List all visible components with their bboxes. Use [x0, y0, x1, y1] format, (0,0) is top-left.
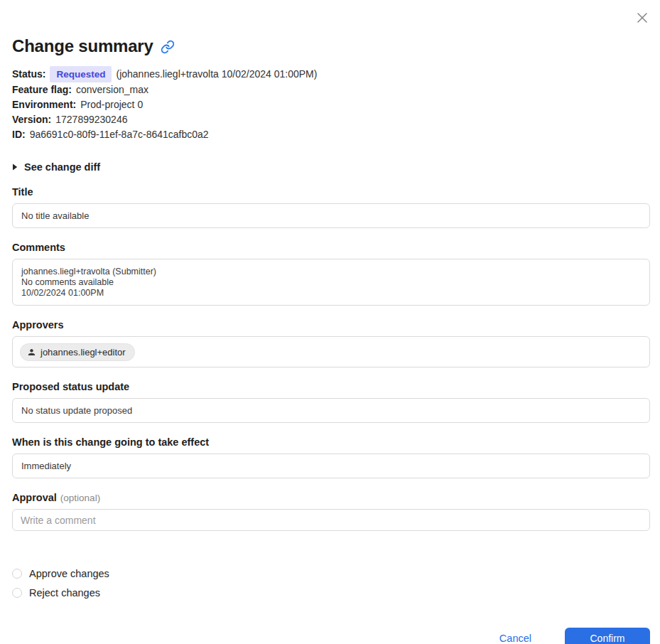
reject-changes-radio[interactable]: Reject changes: [12, 587, 650, 599]
effect-timing-field: Immediately: [12, 454, 650, 478]
link-icon[interactable]: [161, 40, 175, 54]
version-row: Version: 1727899230246: [12, 112, 650, 127]
status-row: Status: Requested (johannes.liegl+travol…: [12, 66, 650, 82]
page-title: Change summary: [12, 36, 650, 56]
version-label: Version:: [12, 112, 51, 127]
id-value: 9a6691c0-80f9-11ef-8a7c-8641cafbc0a2: [30, 127, 209, 142]
modal-title-text: Change summary: [12, 36, 153, 56]
radio-circle-icon: [12, 569, 22, 579]
comments-section: Comments johannes.liegl+travolta (Submit…: [12, 242, 650, 306]
status-suffix: (johannes.liegl+travolta 10/02/2024 01:0…: [116, 67, 317, 82]
comments-field: johannes.liegl+travolta (Submitter) No c…: [12, 259, 650, 306]
feature-flag-value: conversion_max: [76, 82, 148, 97]
effect-timing-value: Immediately: [21, 461, 71, 471]
approve-changes-label: Approve changes: [29, 568, 109, 579]
cancel-button[interactable]: Cancel: [499, 633, 531, 644]
approval-comment-input[interactable]: [12, 509, 650, 531]
decision-radio-group: Approve changes Reject changes: [12, 568, 650, 599]
status-badge: Requested: [50, 66, 112, 82]
feature-flag-label: Feature flag:: [12, 82, 72, 97]
approval-optional-note: (optional): [60, 493, 100, 503]
environment-row: Environment: Prod-project 0: [12, 97, 650, 112]
comments-section-label: Comments: [12, 242, 650, 253]
comment-body-line: No comments available: [21, 277, 641, 288]
comment-submitter-line: johannes.liegl+travolta (Submitter): [21, 267, 641, 277]
effect-timing-section: When is this change going to take effect…: [12, 436, 650, 478]
confirm-button[interactable]: Confirm: [565, 628, 650, 644]
modal-footer: Cancel Confirm: [12, 628, 650, 644]
approval-label-row: Approval (optional): [12, 492, 650, 503]
approval-section: Approval (optional): [12, 492, 650, 531]
status-label: Status:: [12, 67, 45, 82]
approvers-field: johannes.liegl+editor: [12, 336, 650, 367]
id-row: ID: 9a6691c0-80f9-11ef-8a7c-8641cafbc0a2: [12, 127, 650, 142]
approver-chip-label: johannes.liegl+editor: [40, 347, 126, 358]
id-label: ID:: [12, 127, 26, 142]
metadata-block: Status: Requested (johannes.liegl+travol…: [12, 66, 650, 142]
feature-flag-row: Feature flag: conversion_max: [12, 82, 650, 97]
proposed-status-label: Proposed status update: [12, 381, 650, 392]
change-summary-modal: Change summary Status: Requested (johann…: [0, 0, 660, 644]
radio-circle-icon: [12, 588, 22, 598]
chevron-right-icon: [12, 163, 18, 171]
proposed-status-field: No status update proposed: [12, 398, 650, 423]
title-field: No title available: [12, 203, 650, 228]
approvers-section-label: Approvers: [12, 319, 650, 331]
approve-changes-radio[interactable]: Approve changes: [12, 568, 650, 579]
title-section-label: Title: [12, 186, 650, 198]
version-value: 1727899230246: [55, 112, 127, 127]
title-section: Title No title available: [12, 186, 650, 228]
proposed-status-section: Proposed status update No status update …: [12, 381, 650, 423]
see-change-diff-toggle[interactable]: See change diff: [12, 161, 100, 173]
approvers-section: Approvers johannes.liegl+editor: [12, 319, 650, 367]
reject-changes-label: Reject changes: [29, 587, 100, 599]
environment-label: Environment:: [12, 97, 76, 112]
environment-value: Prod-project 0: [80, 97, 143, 112]
approval-label: Approval: [12, 492, 57, 503]
comment-timestamp-line: 10/02/2024 01:00PM: [21, 288, 641, 299]
see-change-diff-label: See change diff: [24, 161, 100, 173]
close-icon[interactable]: [634, 9, 651, 26]
person-icon: [27, 348, 36, 357]
proposed-status-value: No status update proposed: [21, 405, 132, 416]
approver-chip[interactable]: johannes.liegl+editor: [20, 343, 135, 361]
effect-timing-label: When is this change going to take effect: [12, 436, 650, 448]
title-field-value: No title available: [21, 210, 89, 221]
